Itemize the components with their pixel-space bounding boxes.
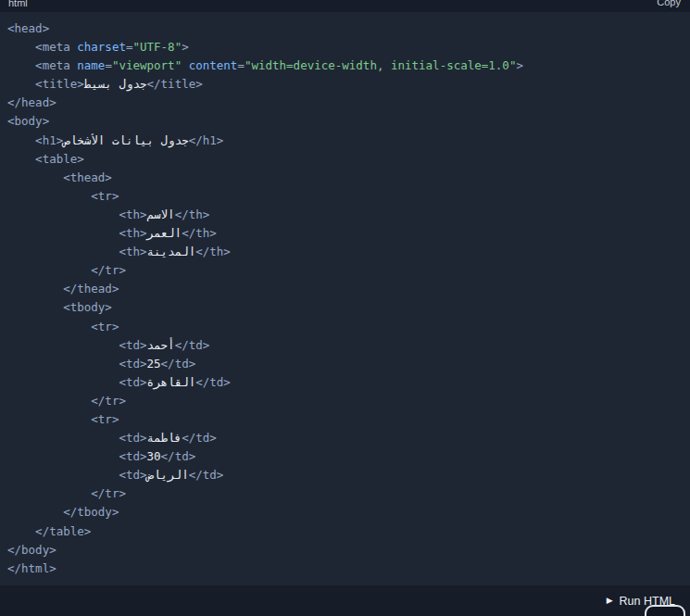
code-line: </tbody> — [7, 503, 683, 522]
code-line: <meta name="viewport" content="width=dev… — [7, 57, 683, 75]
code-line: <title>جدول بسيط</title> — [7, 75, 683, 94]
code-line: <tr> — [7, 187, 683, 206]
code-line: <tr> — [7, 318, 683, 336]
code-header: html Copy — [0, 0, 690, 12]
code-line: <td>فاطمة</td> — [7, 429, 683, 447]
language-label: html — [8, 0, 28, 8]
code-block: <head> <meta charset="UTF-8"> <meta name… — [0, 12, 690, 585]
code-line: <td>أحمد</td> — [7, 336, 683, 355]
code-line: <h1>جدول بيانات الأشخاص</h1> — [7, 132, 683, 150]
code-line: </tr> — [7, 261, 683, 280]
code-line: <td>القاهرة</td> — [7, 373, 683, 392]
code-line: <thead> — [7, 169, 683, 187]
footer-bar: ▶ Run HTML — [0, 585, 690, 616]
code-viewer: html Copy <head> <meta charset="UTF-8"> … — [0, 0, 690, 616]
code-line: <head> — [7, 19, 683, 38]
code-line: <body> — [7, 112, 683, 131]
code-line: </tr> — [7, 484, 683, 503]
code-line: <td>الرياض</td> — [7, 466, 683, 484]
code-line: </table> — [7, 522, 683, 541]
code-line: <meta charset="UTF-8"> — [7, 38, 683, 57]
code-line: <tr> — [7, 410, 683, 429]
copy-button[interactable]: Copy — [657, 0, 681, 7]
corner-pill-button[interactable] — [645, 605, 685, 616]
code-line: <th>الاسم</th> — [7, 206, 683, 224]
code-line: <th>المدينة</th> — [7, 243, 683, 261]
code-line: <tbody> — [7, 298, 683, 317]
code-line: </tr> — [7, 392, 683, 410]
code-line: <td>25</td> — [7, 355, 683, 373]
code-line: <td>30</td> — [7, 447, 683, 466]
code-line: </thead> — [7, 280, 683, 298]
code-line: </head> — [7, 94, 683, 112]
code-line: <table> — [7, 150, 683, 169]
code-line: <th>العمر</th> — [7, 224, 683, 243]
play-icon: ▶ — [607, 597, 613, 605]
code-line: </html> — [7, 559, 683, 578]
code-line: </body> — [7, 541, 683, 559]
